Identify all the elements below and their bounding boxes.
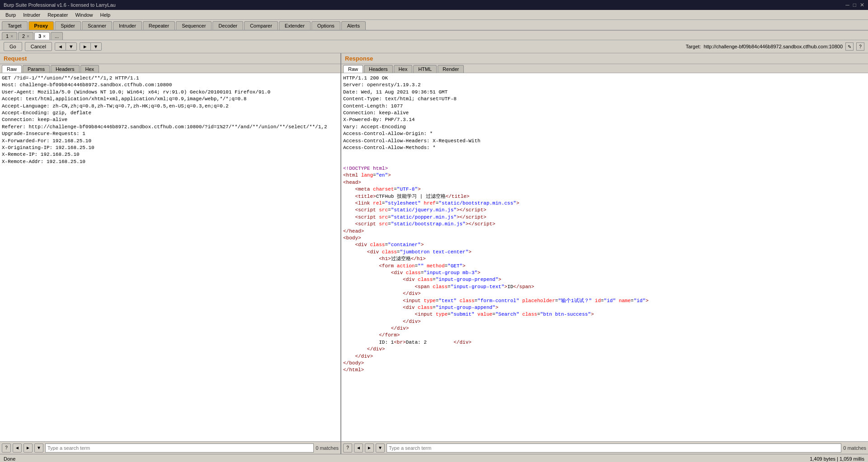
tab-options[interactable]: Options xyxy=(311,21,340,30)
response-search-bar: ? ◄ ► ▼ 0 matches xyxy=(341,441,868,454)
request-search-next[interactable]: ► xyxy=(24,443,33,453)
close-button[interactable]: ✕ xyxy=(860,2,864,8)
cancel-button[interactable]: Cancel xyxy=(25,42,52,51)
request-content[interactable]: GET /?id=-1/**/union/**/select/**/1,2 HT… xyxy=(0,73,340,441)
edit-target-button[interactable]: ✎ xyxy=(845,42,854,51)
toolbar: Go Cancel ◄ ▼ ► ▼ Target: http://challen… xyxy=(0,40,868,53)
title-text: Burp Suite Professional v1.6 - licensed … xyxy=(4,2,116,8)
menu-repeater[interactable]: Repeater xyxy=(44,11,71,19)
tab-proxy[interactable]: Proxy xyxy=(28,21,54,30)
back-dropdown-button[interactable]: ▼ xyxy=(66,43,76,50)
request-search-input[interactable] xyxy=(45,443,314,453)
response-content[interactable]: HTTP/1.1 200 OK Server: openresty/1.19.3… xyxy=(341,73,868,441)
request-search-prev[interactable]: ◄ xyxy=(13,443,22,453)
back-button[interactable]: ◄ xyxy=(55,43,66,50)
status-text: Done xyxy=(4,456,15,462)
response-tab-html[interactable]: HTML xyxy=(413,65,437,73)
target-info: Target: http://challenge-bf09b84c446b897… xyxy=(686,42,864,51)
tab-repeater[interactable]: Repeater xyxy=(143,21,175,30)
request-tab-hex[interactable]: Hex xyxy=(80,65,99,73)
response-tab-render[interactable]: Render xyxy=(438,65,464,73)
sub-tab-2[interactable]: 2 × xyxy=(18,32,33,40)
sub-tab-2-label: 2 xyxy=(22,33,25,39)
request-matches: 0 matches xyxy=(316,445,339,451)
request-tab-headers[interactable]: Headers xyxy=(51,65,80,73)
status-bar: Done 1,409 bytes | 1,059 millis xyxy=(0,454,868,462)
response-search-next[interactable]: ► xyxy=(365,443,374,453)
response-search-input[interactable] xyxy=(387,443,841,453)
tab-intruder[interactable]: Intruder xyxy=(113,21,142,30)
response-search-prev[interactable]: ◄ xyxy=(354,443,363,453)
main-content: Request Raw Params Headers Hex GET /?id=… xyxy=(0,53,868,454)
menu-burp[interactable]: Burp xyxy=(2,11,19,19)
response-panel: Response Raw Headers Hex HTML Render HTT… xyxy=(341,53,868,454)
sub-tab-1-close[interactable]: × xyxy=(10,34,13,39)
nav-back-group: ◄ ▼ xyxy=(55,42,77,51)
response-search-options[interactable]: ▼ xyxy=(376,443,385,453)
response-search-help[interactable]: ? xyxy=(343,443,352,453)
tab-sequencer[interactable]: Sequencer xyxy=(176,21,212,30)
sub-tab-3[interactable]: 3 × xyxy=(34,32,50,40)
menu-intruder[interactable]: Intruder xyxy=(19,11,44,19)
sub-tab-more-label: ... xyxy=(55,33,59,39)
tab-scanner[interactable]: Scanner xyxy=(82,21,112,30)
sub-tab-more[interactable]: ... xyxy=(51,32,63,40)
minimize-button[interactable]: ─ xyxy=(845,2,849,8)
nav-forward-group: ► ▼ xyxy=(80,42,102,51)
menu-window[interactable]: Window xyxy=(71,11,96,19)
menu-bar: Burp Intruder Repeater Window Help xyxy=(0,10,868,20)
title-bar-controls: ─ □ ✕ xyxy=(845,2,864,8)
tab-decoder[interactable]: Decoder xyxy=(212,21,243,30)
forward-dropdown-button[interactable]: ▼ xyxy=(91,43,101,50)
request-panel: Request Raw Params Headers Hex GET /?id=… xyxy=(0,53,341,454)
request-search-help[interactable]: ? xyxy=(2,443,11,453)
response-matches: 0 matches xyxy=(843,445,866,451)
forward-button[interactable]: ► xyxy=(80,43,91,50)
request-title: Request xyxy=(4,55,27,62)
top-tabs: Target Proxy Spider Scanner Intruder Rep… xyxy=(0,20,868,31)
menu-help[interactable]: Help xyxy=(97,11,114,19)
go-button[interactable]: Go xyxy=(4,42,22,51)
request-header: Request xyxy=(0,53,340,64)
sub-tab-1[interactable]: 1 × xyxy=(2,32,17,40)
response-tab-headers[interactable]: Headers xyxy=(364,65,393,73)
tab-target[interactable]: Target xyxy=(2,21,28,30)
response-title: Response xyxy=(345,55,373,62)
sub-tab-3-close[interactable]: × xyxy=(43,34,46,39)
sub-tabs: 1 × 2 × 3 × ... xyxy=(0,31,868,40)
response-tab-hex[interactable]: Hex xyxy=(394,65,413,73)
sub-tab-3-label: 3 xyxy=(38,33,41,39)
sub-tab-2-close[interactable]: × xyxy=(27,34,29,39)
response-tab-raw[interactable]: Raw xyxy=(343,65,363,73)
maximize-button[interactable]: □ xyxy=(853,2,856,8)
response-text: HTTP/1.1 200 OK Server: openresty/1.19.3… xyxy=(343,75,866,374)
tab-comparer[interactable]: Comparer xyxy=(244,21,278,30)
response-header: Response xyxy=(341,53,868,64)
tab-spider[interactable]: Spider xyxy=(55,21,81,30)
response-tabs: Raw Headers Hex HTML Render xyxy=(341,64,868,73)
request-text: GET /?id=-1/**/union/**/select/**/1,2 HT… xyxy=(2,75,339,165)
request-tab-raw[interactable]: Raw xyxy=(2,65,22,73)
sub-tab-1-label: 1 xyxy=(6,33,9,39)
tab-extender[interactable]: Extender xyxy=(279,21,311,30)
request-tabs: Raw Params Headers Hex xyxy=(0,64,340,73)
target-help-button[interactable]: ? xyxy=(856,42,864,51)
status-info: 1,409 bytes | 1,059 millis xyxy=(810,456,864,462)
title-bar: Burp Suite Professional v1.6 - licensed … xyxy=(0,0,868,10)
request-search-bar: ? ◄ ► ▼ 0 matches xyxy=(0,441,340,454)
tab-alerts[interactable]: Alerts xyxy=(341,21,366,30)
target-label: Target: xyxy=(686,44,701,49)
target-url: http://challenge-bf09b84c446b8972.sandbo… xyxy=(703,44,843,49)
request-search-options[interactable]: ▼ xyxy=(34,443,43,453)
request-tab-params[interactable]: Params xyxy=(23,65,50,73)
